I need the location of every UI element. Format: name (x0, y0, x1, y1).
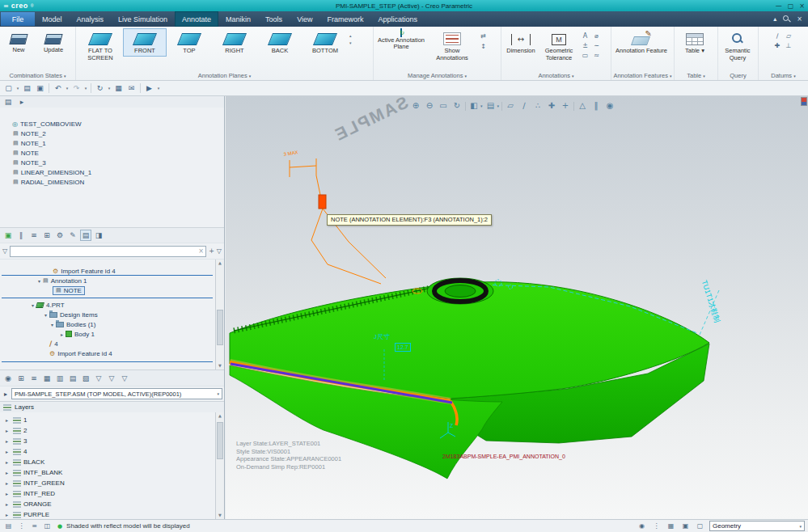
datum-point-icon[interactable]: ✚ (772, 41, 783, 50)
tree-forward-icon[interactable]: ▸ (16, 96, 27, 108)
expand-arrow-icon[interactable]: ▸ (3, 501, 11, 507)
expand-arrow-icon[interactable]: ▸ (3, 470, 11, 475)
datum-axis-icon[interactable]: ∕ (772, 32, 783, 40)
update-combination-state-button[interactable]: Update (36, 28, 71, 56)
layer-row[interactable]: ▸INTF_BLANK (0, 467, 224, 478)
scrollbar-thumb[interactable] (217, 422, 223, 459)
tab-manikin[interactable]: Manikin (218, 11, 258, 27)
tree-row[interactable]: ▾ Bodies (1) (0, 319, 224, 329)
bottom-plane-button[interactable]: BOTTOM (302, 28, 348, 57)
tab-view[interactable]: View (290, 11, 319, 27)
more-dots-icon[interactable]: ⋮ (651, 521, 662, 531)
layer-row[interactable]: ▸1 (0, 415, 224, 425)
gear-icon[interactable]: ⚙ (54, 230, 66, 241)
semantic-query-button[interactable]: Semantic Query (720, 28, 755, 63)
panel-flag-icon[interactable] (801, 97, 807, 106)
zoom-in-icon[interactable]: ⊕ (410, 100, 421, 112)
group-label-annotation-planes[interactable]: Annotation Planes ▾ (76, 72, 373, 79)
tab-applications[interactable]: Applications (371, 11, 425, 27)
repaint-icon[interactable]: ↻ (451, 100, 463, 112)
open-file-icon[interactable]: ▤ (21, 82, 33, 95)
layer-row[interactable]: ▸4 (0, 446, 224, 457)
datum-plane-icon[interactable]: ▱ (784, 32, 794, 40)
regenerate-icon[interactable]: ↻ (94, 82, 106, 95)
layer-row[interactable]: ▸BLACK (0, 457, 224, 467)
framed-dimension-value[interactable]: 12.7 (395, 343, 411, 352)
column-view-icon[interactable]: ▥ (54, 373, 66, 384)
add-filter-icon[interactable]: + (209, 247, 214, 255)
camera-icon[interactable]: ◉ (604, 100, 616, 112)
filter-funnel-icon[interactable]: ▽ (2, 247, 7, 255)
table-view-icon[interactable]: ▦ (41, 373, 53, 384)
layer-row[interactable]: ▸3 (0, 436, 224, 446)
new-file-icon[interactable]: ▢ (2, 82, 15, 95)
edit-icon[interactable]: ✎ (67, 230, 78, 241)
group-label-annotation-features[interactable]: Annotation Features ▾ (611, 72, 674, 79)
back-plane-button[interactable]: BACK (257, 28, 302, 57)
item-list-icon[interactable]: ▤ (80, 230, 91, 241)
close-search-icon[interactable]: × (797, 15, 802, 23)
redo-icon[interactable]: ↷ (70, 82, 82, 95)
group-label-combination-states[interactable]: Combination States ▾ (0, 72, 75, 79)
scroll-down-icon[interactable]: ▼ (216, 512, 224, 519)
expand-arrow-icon[interactable]: ▸ (3, 449, 11, 454)
datum-axis-display-icon[interactable]: ∕ (518, 100, 530, 112)
tab-live-simulation[interactable]: Live Simulation (111, 11, 175, 27)
undo-icon[interactable]: ↶ (52, 82, 64, 95)
tree-row[interactable]: ▸ Body 1 (0, 329, 224, 339)
expand-arrow-icon[interactable]: ▸ (58, 331, 66, 337)
datum-point-display-icon[interactable]: ∴ (532, 100, 544, 112)
undo-caret-icon[interactable]: ▾ (65, 86, 70, 91)
collapse-arrow-icon[interactable]: ▾ (36, 278, 43, 284)
minimize-icon[interactable]: — (776, 2, 782, 10)
select-cursor-icon[interactable]: ▸ (2, 391, 10, 398)
pattern-view-icon[interactable]: ▧ (80, 373, 91, 384)
right-plane-button[interactable]: RIGHT (212, 28, 257, 57)
select-region-icon[interactable]: ▦ (666, 521, 676, 531)
quickbar-more-icon[interactable]: ▾ (156, 86, 161, 91)
tree-row[interactable]: ▤ NOTE_2 (0, 129, 224, 138)
filter-on-icon[interactable]: ▽ (93, 373, 104, 384)
expand-arrow-icon[interactable]: ▸ (3, 491, 11, 496)
planes-scroll-down-icon[interactable]: ▾ (349, 40, 352, 45)
top-plane-button[interactable]: TOP (167, 28, 212, 57)
scroll-down-icon[interactable]: ▼ (216, 362, 224, 369)
tree-row[interactable]: ▾ Design Items (0, 310, 224, 319)
display-style-icon[interactable]: ◧ (468, 100, 480, 112)
tab-model[interactable]: Model (35, 11, 70, 27)
tree-row-root[interactable]: ◎ TEST_COMBOVIEW (0, 119, 224, 129)
scroll-up-icon[interactable]: ▲ (216, 260, 224, 267)
close-icon[interactable]: × (799, 2, 805, 10)
filter-off-icon[interactable]: ▽ (106, 373, 117, 384)
group-label-datums[interactable]: Datums ▾ (759, 72, 808, 79)
tree-row[interactable]: ∕ 4 (0, 339, 224, 348)
collapse-ribbon-icon[interactable]: ▴ (773, 15, 776, 23)
layer-row[interactable]: ▸PURPLE (0, 509, 224, 519)
tree-row[interactable]: ▤ NOTE_1 (0, 138, 224, 148)
tree-grid-icon[interactable]: ⊞ (15, 373, 27, 384)
browser-toggle-icon[interactable]: ◫ (42, 521, 53, 531)
annotation-feature-button[interactable]: ✎ Annotation Feature (613, 28, 670, 57)
surface-finish-icon[interactable]: ∼ (591, 41, 602, 50)
saved-orientations-caret-icon[interactable]: ▾ (497, 103, 500, 108)
tab-tools[interactable]: Tools (258, 11, 290, 27)
active-annotation-plane-button[interactable]: ↻ Active Annotation Plane (375, 28, 427, 53)
expand-arrow-icon[interactable]: ▸ (3, 459, 11, 465)
move-annotations-icon[interactable]: ↕ (478, 42, 489, 51)
swap-annotations-icon[interactable]: ⇄ (478, 32, 489, 40)
tree-row[interactable]: ▤ LINEAR_DIMENSION_1 (0, 167, 224, 177)
graphics-area[interactable]: ⊕ ⊖ ▭ ↻ ◧▾ ▤▾ ▱ ∕ ∴ ✚ + △ ‖ ◉ (226, 96, 808, 519)
table-button[interactable]: Table ▾ (676, 28, 713, 57)
group-label-annotations[interactable]: Annotations ▾ (501, 72, 611, 79)
expand-arrow-icon[interactable]: ▸ (3, 417, 11, 423)
spin-center-icon[interactable]: + (560, 100, 571, 112)
views-icon[interactable]: ▢ (695, 521, 705, 531)
regenerate-caret-icon[interactable]: ▾ (107, 86, 112, 91)
model-tree-toggle-icon[interactable]: ▤ (3, 521, 14, 531)
expand-arrow-icon[interactable]: ▸ (3, 438, 11, 444)
tab-annotate[interactable]: Annotate (175, 11, 218, 27)
redo-caret-icon[interactable]: ▾ (83, 86, 88, 91)
pause-icon[interactable]: ‖ (590, 100, 602, 112)
datum-target-icon[interactable]: ≈ (591, 51, 602, 60)
clear-filter-icon[interactable]: × (197, 247, 205, 255)
